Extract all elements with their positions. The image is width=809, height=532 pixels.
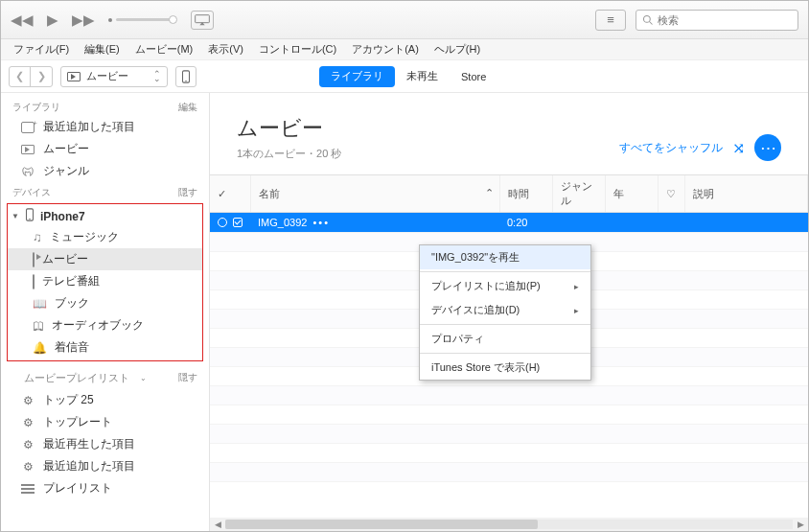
ctx-properties[interactable]: プロパティ bbox=[420, 327, 590, 351]
sidebar-playlists-hide[interactable]: 隠す bbox=[178, 371, 197, 384]
gear-icon: ⚙ bbox=[20, 460, 35, 474]
device-button[interactable] bbox=[175, 66, 196, 87]
table-row[interactable] bbox=[210, 425, 808, 444]
device-item-books[interactable]: 📖 ブック bbox=[8, 292, 202, 314]
col-year[interactable]: 年 bbox=[605, 175, 658, 213]
device-item-audiobooks[interactable]: 🕮 オーディオブック bbox=[8, 314, 202, 336]
menu-view[interactable]: 表示(V) bbox=[201, 40, 250, 58]
gear-icon: ⚙ bbox=[20, 438, 35, 451]
svg-line-3 bbox=[650, 21, 653, 24]
playlist-item-recent-played[interactable]: ⚙ 最近再生した項目 bbox=[1, 433, 209, 455]
playlist-item-top25[interactable]: ⚙ トップ 25 bbox=[1, 389, 209, 411]
table-row[interactable] bbox=[210, 444, 808, 463]
menu-help[interactable]: ヘルプ(H) bbox=[428, 40, 487, 58]
playlist-item-label: トップレート bbox=[43, 414, 112, 430]
menu-file[interactable]: ファイル(F) bbox=[7, 40, 76, 58]
svg-point-5 bbox=[185, 80, 186, 81]
nav-forward-button[interactable]: ❯ bbox=[31, 67, 52, 86]
device-item-label: 着信音 bbox=[55, 339, 89, 356]
chevron-updown-icon: ⌃⌄ bbox=[153, 72, 161, 81]
ctx-add-playlist[interactable]: プレイリストに追加(P)▸ bbox=[420, 274, 590, 298]
audiobook-icon: 🕮 bbox=[33, 319, 44, 333]
col-heart[interactable]: ♡ bbox=[658, 175, 684, 213]
table-row[interactable] bbox=[210, 386, 808, 405]
sidebar-playlists-header[interactable]: ムービープレイリスト ⌄ bbox=[12, 367, 158, 387]
sidebar-item-genres[interactable]: ジャンル bbox=[1, 160, 209, 182]
row-more-button[interactable]: ••• bbox=[313, 217, 331, 228]
chevron-down-icon: ⌄ bbox=[140, 374, 147, 382]
cell-year bbox=[605, 213, 658, 233]
phone-icon bbox=[25, 208, 35, 224]
scroll-right-button[interactable]: ▶ bbox=[793, 520, 808, 529]
menu-controls[interactable]: コントロール(C) bbox=[252, 40, 343, 58]
rewind-button[interactable]: ◀◀ bbox=[9, 7, 35, 34]
disclosure-triangle-icon: ▼ bbox=[12, 212, 19, 220]
cell-genre bbox=[552, 213, 605, 233]
table-row[interactable] bbox=[210, 463, 808, 482]
search-input[interactable] bbox=[636, 10, 798, 31]
airplay-button[interactable] bbox=[191, 11, 214, 30]
status-circle-icon bbox=[218, 218, 227, 227]
device-item-music[interactable]: ♫ ミュージック bbox=[8, 226, 202, 248]
sidebar-item-recent[interactable]: 最近追加した項目 bbox=[1, 116, 209, 138]
tab-store[interactable]: Store bbox=[450, 66, 497, 87]
fast-forward-button[interactable]: ▶▶ bbox=[70, 7, 97, 34]
device-header[interactable]: ▼ iPhone7 bbox=[8, 206, 202, 226]
sidebar-item-label: ムービー bbox=[43, 141, 89, 157]
sidebar-devices-header: デバイス bbox=[12, 186, 51, 199]
col-time[interactable]: 時間 bbox=[499, 175, 552, 213]
svg-rect-0 bbox=[196, 14, 210, 22]
scroll-left-button[interactable]: ◀ bbox=[210, 520, 225, 529]
cell-time: 0:20 bbox=[499, 213, 552, 233]
horizontal-scrollbar[interactable]: ◀ ▶ bbox=[210, 518, 808, 531]
menu-account[interactable]: アカウント(A) bbox=[345, 40, 426, 58]
ctx-add-device[interactable]: デバイスに追加(D)▸ bbox=[420, 298, 590, 322]
movie-icon bbox=[33, 252, 35, 267]
toolbar: ❮ ❯ ムービー ⌃⌄ ライブラリ 未再生 Store bbox=[1, 60, 808, 93]
playlist-item-toprated[interactable]: ⚙ トップレート bbox=[1, 411, 209, 433]
nav-back-button[interactable]: ❮ bbox=[10, 67, 31, 86]
bell-icon: 🔔 bbox=[33, 341, 47, 355]
movie-icon bbox=[67, 72, 81, 81]
col-genre[interactable]: ジャンル bbox=[552, 175, 605, 213]
cell-heart bbox=[658, 213, 684, 233]
sidebar-item-movies[interactable]: ムービー bbox=[1, 138, 209, 160]
sidebar-library-edit[interactable]: 編集 bbox=[178, 101, 197, 114]
table-row[interactable]: IMG_0392 ••• 0:20 bbox=[210, 213, 808, 233]
sidebar-devices-hide[interactable]: 隠す bbox=[178, 186, 197, 199]
device-item-tv[interactable]: テレビ番組 bbox=[8, 270, 202, 292]
tab-unplayed[interactable]: 未再生 bbox=[395, 66, 450, 87]
context-menu: "IMG_0392"を再生 プレイリストに追加(P)▸ デバイスに追加(D)▸ … bbox=[419, 244, 591, 381]
device-item-label: ブック bbox=[55, 295, 89, 312]
menu-movie[interactable]: ムービー(M) bbox=[128, 40, 200, 58]
genre-icon bbox=[20, 165, 35, 178]
player-bar: ◀◀ ▶ ▶▶ ≡ bbox=[1, 1, 808, 39]
table-row[interactable] bbox=[210, 405, 808, 425]
gear-icon: ⚙ bbox=[20, 416, 35, 429]
more-options-button[interactable]: ⋯ bbox=[754, 134, 781, 161]
device-name: iPhone7 bbox=[40, 210, 85, 223]
device-item-movies[interactable]: ムービー bbox=[8, 248, 202, 270]
ctx-show-store[interactable]: iTunes Store で表示(H) bbox=[420, 356, 590, 380]
media-type-select[interactable]: ムービー ⌃⌄ bbox=[60, 66, 168, 87]
playlist-item-recent-added[interactable]: ⚙ 最近追加した項目 bbox=[1, 455, 209, 477]
list-view-button[interactable]: ≡ bbox=[595, 10, 626, 31]
menu-edit[interactable]: 編集(E) bbox=[78, 40, 127, 58]
col-check[interactable]: ✓ bbox=[210, 175, 250, 213]
tab-library[interactable]: ライブラリ bbox=[319, 66, 395, 87]
movie-icon bbox=[21, 145, 35, 154]
device-item-ringtones[interactable]: 🔔 着信音 bbox=[8, 336, 202, 359]
page-title: ムービー bbox=[237, 114, 341, 143]
shuffle-all-button[interactable]: すべてをシャッフル bbox=[619, 140, 723, 156]
sidebar-item-label: 最近追加した項目 bbox=[43, 119, 135, 135]
ctx-play[interactable]: "IMG_0392"を再生 bbox=[420, 245, 590, 269]
col-description[interactable]: 説明 bbox=[684, 175, 808, 213]
search-field[interactable] bbox=[658, 14, 792, 26]
playlist-item-playlist[interactable]: プレイリスト bbox=[1, 477, 209, 499]
col-name[interactable]: 名前⌃ bbox=[250, 175, 499, 213]
book-icon: 📖 bbox=[33, 297, 47, 311]
menu-bar: ファイル(F) 編集(E) ムービー(M) 表示(V) コントロール(C) アカ… bbox=[1, 39, 808, 60]
play-button[interactable]: ▶ bbox=[39, 7, 66, 34]
volume-slider[interactable] bbox=[108, 18, 173, 22]
page-subtitle: 1本のムービー・20 秒 bbox=[237, 147, 341, 161]
